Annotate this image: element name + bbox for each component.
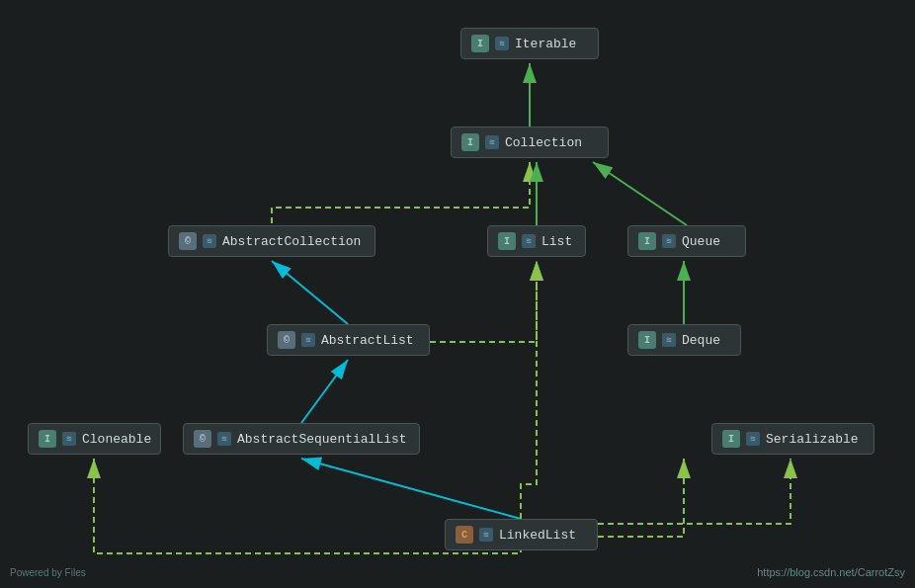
node-abstract-list: © ≋ AbstractList [267,324,430,356]
icon-serializable: I [722,430,740,448]
icon-abstract-collection: © [179,232,197,250]
label-queue: Queue [682,234,720,249]
svg-line-9 [301,459,521,519]
lang-queue: ≋ [662,234,676,248]
icon-linked-list: C [456,526,473,544]
lang-cloneable: ≋ [62,432,76,446]
icon-abstract-sequential-list: © [194,430,211,448]
node-cloneable: I ≋ Cloneable [28,423,161,455]
node-iterable: I ≋ Iterable [460,28,599,59]
lang-abstract-list: ≋ [301,333,315,347]
icon-queue: I [638,232,656,250]
icon-abstract-list: © [278,331,295,349]
label-abstract-list: AbstractList [321,333,414,348]
label-abstract-collection: AbstractCollection [222,234,361,249]
label-cloneable: Cloneable [82,432,151,447]
lang-list: ≋ [522,234,536,248]
lang-abstract-sequential-list: ≋ [217,432,231,446]
icon-iterable: I [471,35,489,52]
label-linked-list: LinkedList [499,528,576,543]
lang-iterable: ≋ [495,37,509,50]
node-queue: I ≋ Queue [627,225,746,257]
label-abstract-sequential-list: AbstractSequentialList [237,432,407,447]
watermark: https://blog.csdn.net/CarrotZsy [757,566,905,578]
svg-line-8 [301,360,348,423]
svg-line-5 [593,162,687,225]
lang-serializable: ≋ [746,432,760,446]
diagram-container: I ≋ Iterable I ≋ Collection © ≋ Abstract… [0,0,915,588]
node-list: I ≋ List [487,225,586,257]
lang-deque: ≋ [662,333,676,347]
label-deque: Deque [682,333,720,348]
lang-abstract-collection: ≋ [203,234,216,248]
arrows-svg [0,0,915,588]
icon-list: I [498,232,516,250]
label-list: List [541,234,572,249]
lang-linked-list: ≋ [479,528,493,542]
node-deque: I ≋ Deque [627,324,741,356]
powered-by: Powered by Files [10,567,86,578]
icon-cloneable: I [39,430,56,448]
lang-collection: ≋ [485,135,499,149]
node-serializable: I ≋ Serializable [711,423,874,455]
node-collection: I ≋ Collection [451,126,609,158]
icon-collection: I [461,133,479,151]
node-abstract-sequential-list: © ≋ AbstractSequentialList [183,423,420,455]
label-collection: Collection [505,135,582,150]
svg-line-6 [272,261,348,324]
icon-deque: I [638,331,656,349]
node-abstract-collection: © ≋ AbstractCollection [168,225,375,257]
label-serializable: Serializable [766,432,859,447]
node-linked-list: C ≋ LinkedList [445,519,598,550]
label-iterable: Iterable [515,37,576,51]
